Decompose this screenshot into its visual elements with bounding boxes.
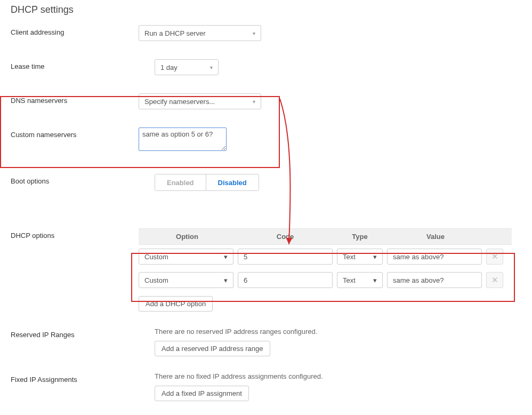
label-fixed-ip: Fixed IP Assignments <box>11 372 139 384</box>
code-input[interactable] <box>238 249 333 265</box>
reserved-ip-empty-text: There are no reserved IP address ranges … <box>155 328 521 336</box>
label-dns-nameservers: DNS nameservers <box>11 93 139 105</box>
client-addressing-value: Run a DHCP server <box>144 29 206 37</box>
header-option: Option <box>139 229 236 244</box>
row-fixed-ip: Fixed IP Assignments There are no fixed … <box>11 372 521 401</box>
label-reserved-ip: Reserved IP Ranges <box>11 328 139 339</box>
add-fixed-ip-button[interactable]: Add a fixed IP assignment <box>155 386 249 401</box>
boot-enabled-button[interactable]: Enabled <box>155 174 206 190</box>
option-dropdown[interactable]: Custom <box>139 249 233 265</box>
boot-options-toggle: Enabled Disabled <box>155 174 259 191</box>
type-value: Text <box>343 276 356 284</box>
chevron-down-icon <box>253 30 255 36</box>
dhcp-options-table: Option Code Type Value Custom Text <box>139 228 512 292</box>
fixed-ip-empty-text: There are no fixed IP address assignment… <box>155 372 521 380</box>
lease-time-value: 1 day <box>160 63 178 71</box>
add-reserved-ip-button[interactable]: Add a reserved IP address range <box>155 341 270 356</box>
header-value: Value <box>385 229 486 244</box>
client-addressing-dropdown[interactable]: Run a DHCP server <box>139 25 261 41</box>
close-icon: ✕ <box>491 252 498 261</box>
add-dhcp-option-button[interactable]: Add a DHCP option <box>139 296 213 312</box>
row-reserved-ip: Reserved IP Ranges There are no reserved… <box>11 328 521 356</box>
label-client-addressing: Client addressing <box>11 25 139 36</box>
option-value: Custom <box>144 276 168 284</box>
value-input[interactable] <box>387 272 482 288</box>
chevron-down-icon <box>210 65 213 70</box>
label-lease-time: Lease time <box>11 59 139 70</box>
type-value: Text <box>343 253 356 261</box>
type-dropdown[interactable]: Text <box>337 249 383 265</box>
row-lease-time: Lease time 1 day <box>11 59 521 75</box>
code-input[interactable] <box>238 272 333 288</box>
custom-nameservers-input[interactable] <box>139 127 227 151</box>
chevron-down-icon <box>373 276 377 284</box>
dhcp-option-row: Custom Text ✕ <box>139 268 512 292</box>
page-title: DHCP settings <box>11 4 521 15</box>
option-value: Custom <box>144 253 168 261</box>
row-dns-nameservers: DNS nameservers Specify nameservers... <box>11 93 521 109</box>
chevron-down-icon <box>373 253 377 261</box>
dhcp-option-row: Custom Text ✕ <box>139 245 512 268</box>
annotation-arrow <box>277 96 309 251</box>
label-dhcp-options: DHCP options <box>11 228 139 240</box>
dns-nameservers-dropdown[interactable]: Specify nameservers... <box>139 93 261 109</box>
row-custom-nameservers: Custom nameservers <box>11 127 521 153</box>
chevron-down-icon <box>253 99 255 105</box>
delete-row-button[interactable]: ✕ <box>486 249 503 265</box>
row-dhcp-options: DHCP options Option Code Type Value Cust… <box>11 228 521 312</box>
dns-nameservers-value: Specify nameservers... <box>144 98 215 106</box>
row-boot-options: Boot options Enabled Disabled <box>11 174 521 191</box>
dhcp-options-header: Option Code Type Value <box>139 228 512 245</box>
close-icon: ✕ <box>491 275 498 284</box>
value-input[interactable] <box>387 249 482 265</box>
label-boot-options: Boot options <box>11 174 139 185</box>
chevron-down-icon <box>224 276 228 284</box>
row-client-addressing: Client addressing Run a DHCP server <box>11 25 521 41</box>
type-dropdown[interactable]: Text <box>337 272 383 288</box>
label-custom-nameservers: Custom nameservers <box>11 127 139 139</box>
delete-row-button[interactable]: ✕ <box>486 272 503 288</box>
header-code: Code <box>236 229 335 244</box>
chevron-down-icon <box>224 253 228 261</box>
header-type: Type <box>335 229 385 244</box>
boot-disabled-button[interactable]: Disabled <box>206 174 259 190</box>
option-dropdown[interactable]: Custom <box>139 272 233 288</box>
lease-time-dropdown[interactable]: 1 day <box>155 59 219 75</box>
